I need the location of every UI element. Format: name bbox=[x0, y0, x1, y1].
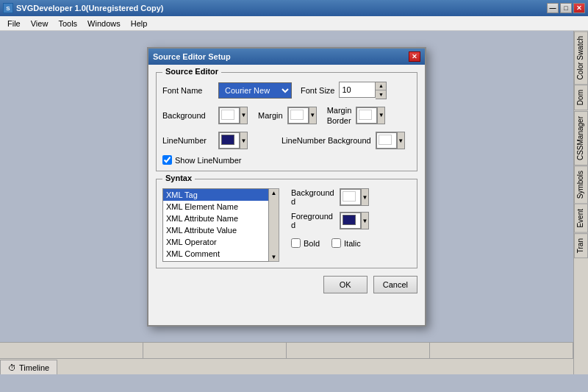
font-size-up[interactable]: ▲ bbox=[376, 82, 386, 90]
syntax-item-6[interactable]: XML String bbox=[163, 260, 268, 262]
bottom-tab-bar: ⏱ Timeline bbox=[0, 358, 573, 374]
app-icon: S bbox=[3, 3, 13, 13]
syntax-background-label: Backgroundd bbox=[291, 188, 335, 206]
dialog-title-bar: Source Editor Setup ✕ bbox=[148, 49, 425, 65]
tab-timeline[interactable]: ⏱ Timeline bbox=[0, 360, 57, 374]
font-size-spinner: ▲ ▼ bbox=[376, 82, 387, 99]
syntax-list[interactable]: XML Tag XML Element Name XML Attribute N… bbox=[162, 188, 269, 262]
syntax-background-row: Backgroundd ▼ bbox=[291, 188, 411, 206]
syntax-fg-dropdown[interactable]: ▼ bbox=[361, 213, 368, 229]
syntax-foreground-row: Foregroundd ▼ bbox=[291, 212, 411, 229]
dialog-overlay: Source Editor Setup ✕ Source Editor Font… bbox=[0, 31, 573, 342]
syntax-item-5[interactable]: XML Comment bbox=[163, 248, 268, 260]
show-linenumber-checkbox[interactable] bbox=[162, 155, 172, 165]
title-bar-left: S SVGDeveloper 1.0(Unregistered Copy) bbox=[3, 3, 164, 13]
syntax-list-container: XML Tag XML Element Name XML Attribute N… bbox=[162, 188, 279, 262]
source-editor-setup-dialog: Source Editor Setup ✕ Source Editor Font… bbox=[147, 47, 426, 327]
sidebar-tab-css-manager[interactable]: CSSManager bbox=[574, 111, 588, 165]
syntax-item-4[interactable]: XML Operator bbox=[163, 236, 268, 248]
menu-windows[interactable]: Windows bbox=[83, 18, 125, 29]
syntax-group-content: XML Tag XML Element Name XML Attribute N… bbox=[162, 188, 411, 262]
source-editor-group-content: Font Name Courier New Font Size ▲ ▼ bbox=[162, 82, 411, 165]
font-size-group: ▲ ▼ bbox=[339, 82, 387, 99]
background-label: Background bbox=[162, 111, 214, 120]
syntax-item-0[interactable]: XML Tag bbox=[163, 189, 268, 201]
font-size-label: Font Size bbox=[301, 86, 334, 95]
margin-label: Margin bbox=[258, 111, 283, 120]
scroll-down-btn[interactable]: ▼ bbox=[271, 254, 277, 260]
background-color-button[interactable]: ▼ bbox=[218, 107, 248, 124]
ok-button[interactable]: OK bbox=[323, 276, 368, 293]
font-size-down[interactable]: ▼ bbox=[376, 90, 386, 99]
font-name-label: Font Name bbox=[162, 86, 214, 95]
linenumber-row: LineNumber ▼ LineNumber Background bbox=[162, 132, 411, 149]
dialog-title: Source Editor Setup bbox=[153, 52, 231, 61]
font-row: Font Name Courier New Font Size ▲ ▼ bbox=[162, 82, 411, 99]
scroll-up-btn[interactable]: ▲ bbox=[271, 190, 277, 196]
syntax-bg-dropdown[interactable]: ▼ bbox=[361, 189, 368, 205]
bold-row: Bold bbox=[291, 238, 320, 248]
dialog-buttons: OK Cancel bbox=[156, 276, 417, 293]
linenumber-bg-dropdown[interactable]: ▼ bbox=[397, 132, 404, 149]
linenumber-bg-label: LineNumber Background bbox=[282, 136, 371, 145]
linenumber-bg-color-button[interactable]: ▼ bbox=[376, 132, 405, 149]
menu-file[interactable]: File bbox=[3, 18, 25, 29]
linenumber-label: LineNumber bbox=[162, 136, 214, 145]
sidebar-tab-symbols[interactable]: Symbols bbox=[574, 165, 588, 204]
margin-color-button[interactable]: ▼ bbox=[287, 107, 317, 124]
menu-view[interactable]: View bbox=[26, 18, 53, 29]
dialog-content: Source Editor Font Name Courier New Font… bbox=[148, 65, 425, 302]
linenumber-color-button[interactable]: ▼ bbox=[218, 132, 248, 149]
dialog-close-button[interactable]: ✕ bbox=[409, 51, 420, 62]
syntax-item-3[interactable]: XML Attribute Value bbox=[163, 224, 268, 236]
syntax-background-color-button[interactable]: ▼ bbox=[340, 188, 369, 206]
margin-border-dropdown[interactable]: ▼ bbox=[377, 107, 384, 124]
background-color-dropdown[interactable]: ▼ bbox=[240, 107, 247, 124]
status-segment-1 bbox=[0, 343, 143, 358]
app-title: SVGDeveloper 1.0(Unregistered Copy) bbox=[16, 4, 164, 13]
list-scrollbar[interactable]: ▲ ▼ bbox=[269, 188, 279, 262]
source-editor-group-title: Source Editor bbox=[162, 67, 221, 76]
status-segment-4 bbox=[430, 343, 573, 358]
minimize-button[interactable]: — bbox=[547, 3, 559, 13]
margin-border-label: MarginBorder bbox=[327, 105, 352, 126]
font-name-select[interactable]: Courier New bbox=[218, 82, 292, 99]
source-editor-group: Source Editor Font Name Courier New Font… bbox=[156, 72, 417, 172]
background-margin-row: Background ▼ Margin bbox=[162, 105, 411, 126]
bold-checkbox[interactable] bbox=[291, 238, 301, 248]
syntax-item-2[interactable]: XML Attribute Name bbox=[163, 213, 268, 224]
title-bar-controls: — □ ✕ bbox=[547, 3, 585, 13]
cancel-button[interactable]: Cancel bbox=[373, 276, 417, 293]
syntax-foreground-color-button[interactable]: ▼ bbox=[340, 212, 369, 229]
margin-color-dropdown[interactable]: ▼ bbox=[309, 107, 316, 124]
sidebar-tab-tran[interactable]: Tran bbox=[574, 233, 588, 258]
menu-tools[interactable]: Tools bbox=[54, 18, 82, 29]
syntax-item-1[interactable]: XML Element Name bbox=[163, 201, 268, 213]
sidebar-tab-color-swatch[interactable]: Color Swatch bbox=[574, 31, 588, 85]
syntax-foreground-label: Foregroundd bbox=[291, 212, 335, 229]
font-size-input[interactable] bbox=[339, 82, 376, 98]
italic-checkbox[interactable] bbox=[331, 238, 341, 248]
show-linenumber-label: Show LineNumber bbox=[175, 156, 242, 165]
margin-border-color-button[interactable]: ▼ bbox=[356, 107, 385, 124]
status-segment-2 bbox=[143, 343, 287, 358]
app-title-bar: S SVGDeveloper 1.0(Unregistered Copy) — … bbox=[0, 0, 588, 16]
status-segment-3 bbox=[287, 343, 430, 358]
bold-label: Bold bbox=[304, 239, 320, 248]
syntax-group-title: Syntax bbox=[162, 174, 195, 182]
sidebar-tab-event[interactable]: Event bbox=[574, 204, 588, 233]
close-button[interactable]: ✕ bbox=[573, 3, 585, 13]
maximize-button[interactable]: □ bbox=[560, 3, 572, 13]
italic-label: Italic bbox=[344, 239, 361, 248]
timeline-label: Timeline bbox=[19, 363, 49, 372]
menu-help[interactable]: Help bbox=[126, 18, 152, 29]
main-area: Source Editor Setup ✕ Source Editor Font… bbox=[0, 31, 588, 374]
timeline-icon: ⏱ bbox=[8, 363, 16, 372]
sidebar-tab-dom[interactable]: Dom bbox=[574, 85, 588, 110]
italic-row: Italic bbox=[331, 238, 361, 248]
linenumber-color-dropdown[interactable]: ▼ bbox=[240, 132, 247, 149]
style-options-row: Bold Italic bbox=[291, 235, 411, 248]
menu-bar: File View Tools Windows Help bbox=[0, 16, 588, 31]
show-linenumber-row: Show LineNumber bbox=[162, 155, 411, 165]
syntax-group: Syntax XML Tag XML Element Name XML Attr… bbox=[156, 179, 417, 268]
